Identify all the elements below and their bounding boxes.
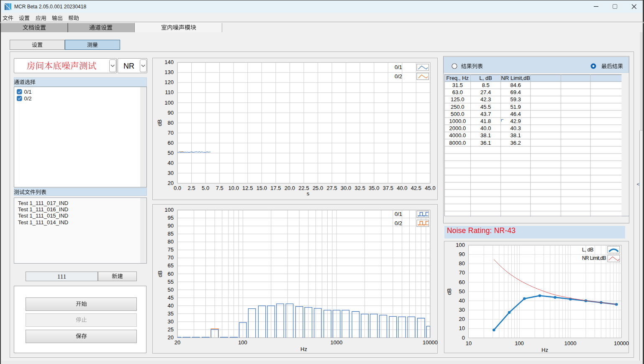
svg-text:Hz: Hz (300, 346, 307, 352)
svg-text:85: 85 (168, 231, 174, 237)
svg-text:70: 70 (168, 130, 174, 136)
svg-text:80: 80 (168, 238, 174, 245)
svg-text:70: 70 (168, 254, 174, 261)
svg-text:50: 50 (168, 150, 174, 156)
svg-text:60: 60 (459, 279, 465, 285)
svg-text:0/1: 0/1 (395, 211, 402, 217)
svg-text:30: 30 (168, 318, 174, 325)
svg-text:2.5: 2.5 (188, 185, 195, 191)
svg-text:95: 95 (168, 215, 174, 221)
svg-text:12.5: 12.5 (242, 185, 253, 191)
svg-text:s: s (307, 190, 310, 197)
svg-text:42.5: 42.5 (411, 185, 421, 191)
svg-text:5.0: 5.0 (202, 185, 209, 191)
svg-text:75: 75 (168, 246, 174, 253)
svg-text:60: 60 (168, 140, 174, 146)
svg-text:30: 30 (168, 170, 174, 176)
svg-text:100: 100 (164, 207, 174, 213)
svg-text:37.5: 37.5 (383, 185, 393, 191)
svg-text:10000: 10000 (614, 340, 629, 346)
svg-text:0/2: 0/2 (395, 220, 402, 226)
svg-text:70: 70 (459, 269, 465, 276)
svg-text:90: 90 (168, 223, 174, 229)
svg-text:110: 110 (165, 89, 174, 95)
svg-text:27.5: 27.5 (326, 185, 337, 191)
svg-text:130: 130 (164, 69, 174, 75)
svg-text:20: 20 (168, 180, 174, 186)
svg-text:50: 50 (168, 287, 174, 293)
svg-text:10.0: 10.0 (228, 185, 239, 191)
svg-text:140: 140 (164, 59, 174, 65)
svg-text:1000: 1000 (331, 339, 343, 346)
svg-text:17.5: 17.5 (270, 185, 281, 191)
svg-text:45: 45 (168, 295, 174, 301)
svg-text:10: 10 (459, 325, 465, 331)
svg-text:dB: dB (446, 288, 452, 295)
svg-text:45.0: 45.0 (425, 185, 435, 191)
svg-text:dB: dB (157, 120, 163, 126)
svg-text:25: 25 (168, 326, 174, 333)
svg-text:100: 100 (515, 340, 524, 346)
svg-text:55: 55 (168, 279, 174, 285)
svg-text:100: 100 (456, 242, 465, 248)
svg-text:90: 90 (459, 251, 465, 257)
svg-text:40.0: 40.0 (397, 185, 407, 191)
svg-text:0.0: 0.0 (174, 185, 181, 191)
svg-text:dB: dB (157, 271, 163, 277)
svg-text:25.0: 25.0 (313, 185, 323, 191)
svg-text:100: 100 (238, 339, 247, 346)
svg-text:L, dB: L, dB (582, 247, 593, 253)
svg-text:120: 120 (164, 79, 174, 85)
svg-text:20: 20 (459, 316, 465, 322)
svg-text:20: 20 (174, 339, 180, 346)
svg-text:60: 60 (168, 271, 174, 277)
svg-text:30: 30 (459, 307, 465, 313)
svg-text:40: 40 (168, 160, 174, 166)
svg-text:0: 0 (462, 335, 465, 341)
svg-text:7.5: 7.5 (216, 185, 223, 191)
svg-text:10: 10 (466, 340, 472, 346)
svg-text:100: 100 (164, 100, 174, 106)
svg-text:80: 80 (459, 260, 465, 267)
svg-text:15.0: 15.0 (257, 185, 267, 191)
svg-text:50: 50 (459, 288, 465, 295)
svg-text:35: 35 (168, 310, 174, 317)
svg-text:80: 80 (168, 120, 174, 126)
svg-text:90: 90 (168, 110, 174, 116)
svg-text:0/1: 0/1 (395, 64, 402, 70)
svg-text:20.0: 20.0 (285, 185, 295, 191)
svg-text:0/2: 0/2 (395, 73, 402, 79)
svg-text:32.5: 32.5 (355, 185, 365, 191)
svg-text:10000: 10000 (423, 339, 438, 346)
svg-text:65: 65 (168, 262, 174, 269)
svg-text:NR Limit,dB: NR Limit,dB (582, 255, 606, 261)
svg-text:30.0: 30.0 (341, 185, 351, 191)
svg-text:35.0: 35.0 (369, 185, 379, 191)
svg-text:40: 40 (459, 297, 465, 304)
svg-text:20: 20 (168, 334, 174, 341)
svg-text:40: 40 (168, 302, 174, 309)
svg-text:1000: 1000 (564, 340, 577, 346)
svg-text:Hz: Hz (541, 347, 548, 353)
